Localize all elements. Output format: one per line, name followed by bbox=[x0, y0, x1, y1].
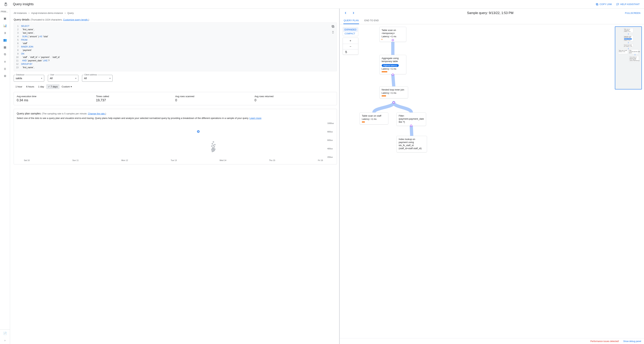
svg-rect-3 bbox=[332, 25, 334, 27]
plan-node[interactable]: Index lookup on payment using idx_fk_sta… bbox=[396, 136, 427, 152]
sample-dot[interactable] bbox=[212, 151, 213, 152]
plan-node[interactable]: Filter: (payment.payment_date like ?) bbox=[396, 112, 426, 126]
sample-dot[interactable] bbox=[213, 145, 214, 146]
client-value: All bbox=[84, 77, 106, 80]
time-range-row: 1 hour6 hours1 day7 daysCustom ▾ bbox=[14, 84, 337, 89]
expand-icon[interactable]: › bbox=[0, 337, 10, 344]
svg-rect-0 bbox=[596, 4, 598, 5]
table-icon[interactable]: ▦ bbox=[0, 44, 10, 51]
show-debug-link[interactable]: Show debug panel bbox=[623, 340, 641, 342]
mini-node: Nested loop inner join Latency <1 ms bbox=[624, 44, 634, 47]
sample-dot[interactable] bbox=[214, 146, 215, 148]
copy-icon bbox=[331, 25, 334, 28]
help-assistant-label: HELP ASSISTANT bbox=[620, 3, 640, 6]
plan-view[interactable]: EXPANDED COMPACT ＋ − Table bbox=[340, 24, 644, 338]
range-6hours[interactable]: 6 hours bbox=[24, 84, 36, 89]
change-rate-link[interactable]: Change the rate. bbox=[88, 112, 105, 115]
hierarchy-icon[interactable]: ⌆ bbox=[0, 58, 10, 65]
database-value: sakila bbox=[16, 77, 38, 80]
collapse-sql-button[interactable] bbox=[331, 30, 335, 35]
dashboard-icon[interactable]: ▣ bbox=[0, 15, 10, 22]
svg-rect-2 bbox=[332, 26, 334, 28]
plan-node[interactable]: Nested loop inner joinLatency: <1 ms bbox=[379, 86, 408, 98]
rows-returned-label: Avg rows returned bbox=[254, 95, 334, 98]
database-select[interactable]: Database sakila bbox=[14, 75, 44, 82]
doc-icon[interactable]: 📄 bbox=[0, 329, 10, 337]
sample-dot[interactable] bbox=[212, 143, 213, 144]
left-panel: All instances › mysql-instance-demo-inst… bbox=[10, 9, 340, 344]
customize-length-link[interactable]: Customize query length. bbox=[63, 18, 88, 21]
stats-card: Avg execution time 0.34 ms Times called … bbox=[14, 92, 337, 105]
mini-node: Filter: (payment.payment_date like ?) bbox=[629, 49, 638, 54]
sample-dot[interactable] bbox=[213, 141, 214, 143]
client-select[interactable]: Client address All bbox=[82, 75, 112, 82]
compact-toggle[interactable]: COMPACT bbox=[343, 32, 358, 36]
perf-warning: Performance issues detected! bbox=[590, 340, 619, 342]
sample-dot[interactable] bbox=[211, 145, 212, 147]
mini-node: Index lookup on payment using idx_fk_sta… bbox=[629, 56, 639, 62]
chevron-right-icon: › bbox=[65, 12, 66, 15]
zoom-in-button[interactable]: ＋ bbox=[343, 38, 358, 44]
copy-sql-button[interactable] bbox=[331, 24, 335, 29]
left-nav: PRIM… ▣📊➲👥▦⧉⌆≣⚙ 📄› bbox=[0, 9, 10, 344]
user-select[interactable]: User All bbox=[48, 75, 78, 82]
help-assistant-button[interactable]: HELP ASSISTANT bbox=[615, 2, 641, 7]
database-label: Database bbox=[15, 74, 25, 76]
fullscreen-button[interactable]: FULLSCREEN bbox=[625, 12, 640, 15]
plan-samples-desc: Select one of the dots to see a query pl… bbox=[17, 116, 334, 120]
zoom-out-button[interactable]: − bbox=[343, 44, 358, 50]
filter-row: Database sakila User All Client address … bbox=[14, 75, 337, 82]
breadcrumb: All instances › mysql-instance-demo-inst… bbox=[14, 12, 337, 15]
times-called-value: 19,737 bbox=[96, 98, 175, 102]
copy-icon[interactable]: ⧉ bbox=[0, 51, 10, 58]
mini-node: Table scan on <temporary> Latency <1 ms bbox=[624, 28, 634, 33]
right-panel: Sample query: 9/13/22, 1:53 PM FULLSCREE… bbox=[340, 9, 644, 344]
sample-dot[interactable] bbox=[214, 144, 216, 145]
range-1day[interactable]: 1 day bbox=[36, 84, 46, 89]
sample-query-title: Sample query: 9/13/22, 1:53 PM bbox=[359, 11, 622, 15]
topbar: Query insights COPY LINK HELP ASSISTANT bbox=[0, 0, 644, 9]
chevron-right-icon bbox=[352, 11, 355, 15]
svg-rect-1 bbox=[596, 3, 598, 5]
prev-sample-button[interactable] bbox=[344, 11, 348, 15]
users-icon[interactable]: 👥 bbox=[0, 36, 10, 44]
insights-icon[interactable]: 📊 bbox=[0, 22, 10, 29]
list-icon[interactable]: ≣ bbox=[0, 65, 10, 72]
mini-node: Table scan on staff Latency <1 ms bbox=[618, 49, 628, 54]
sql-code-block: 1SELECT2 `first_name`,3 `last_name`,4 SU… bbox=[14, 23, 337, 71]
query-details-heading: Query details bbox=[14, 18, 30, 21]
copy-icon bbox=[596, 3, 598, 6]
copy-link-button[interactable]: COPY LINK bbox=[594, 2, 614, 7]
times-called-label: Times called bbox=[96, 95, 175, 98]
next-sample-button[interactable] bbox=[351, 11, 356, 15]
page-title: Query insights bbox=[13, 2, 594, 6]
minimap[interactable]: Table scan on <temporary> Latency <1 ms … bbox=[615, 27, 642, 89]
settings2-icon[interactable]: ⚙ bbox=[0, 72, 10, 80]
range-1hour[interactable]: 1 hour bbox=[14, 84, 24, 89]
plan-node[interactable]: Aggregate using temporary tableHighest l… bbox=[379, 55, 406, 74]
breadcrumb-root[interactable]: All instances bbox=[14, 12, 27, 15]
import-icon[interactable]: ➲ bbox=[0, 29, 10, 36]
sample-dot[interactable] bbox=[197, 130, 200, 133]
plan-node[interactable]: Table scan on staffLatency: <1 ms bbox=[360, 112, 388, 125]
zoom-controls: ＋ − bbox=[343, 38, 358, 55]
range-custom[interactable]: Custom ▾ bbox=[60, 84, 74, 89]
sample-chart[interactable]: 1000us800us600us400us200us bbox=[17, 122, 334, 158]
tab-end-to-end[interactable]: END TO END bbox=[364, 17, 379, 24]
user-label: User bbox=[50, 74, 55, 76]
user-value: All bbox=[50, 77, 72, 80]
view-toggle: EXPANDED COMPACT bbox=[343, 27, 358, 36]
tab-query-plan[interactable]: QUERY PLAN bbox=[344, 17, 359, 24]
truncate-note: (Truncated to 1024 characters. Customize… bbox=[30, 18, 89, 21]
bottom-bar: Performance issues detected! Show debug … bbox=[340, 338, 644, 344]
breadcrumb-leaf: Query bbox=[68, 12, 74, 15]
expanded-toggle[interactable]: EXPANDED bbox=[343, 28, 358, 32]
chevron-right-icon: › bbox=[28, 12, 30, 15]
range-7days[interactable]: 7 days bbox=[46, 84, 60, 89]
breadcrumb-instance[interactable]: mysql-instance-demo-instance bbox=[31, 12, 63, 15]
zoom-reset-button[interactable] bbox=[343, 50, 358, 55]
chevron-left-icon bbox=[344, 11, 347, 15]
rows-returned-value: 0 bbox=[254, 98, 334, 102]
learn-more-link[interactable]: Learn more bbox=[250, 117, 262, 120]
unfold-less-icon bbox=[331, 31, 334, 34]
